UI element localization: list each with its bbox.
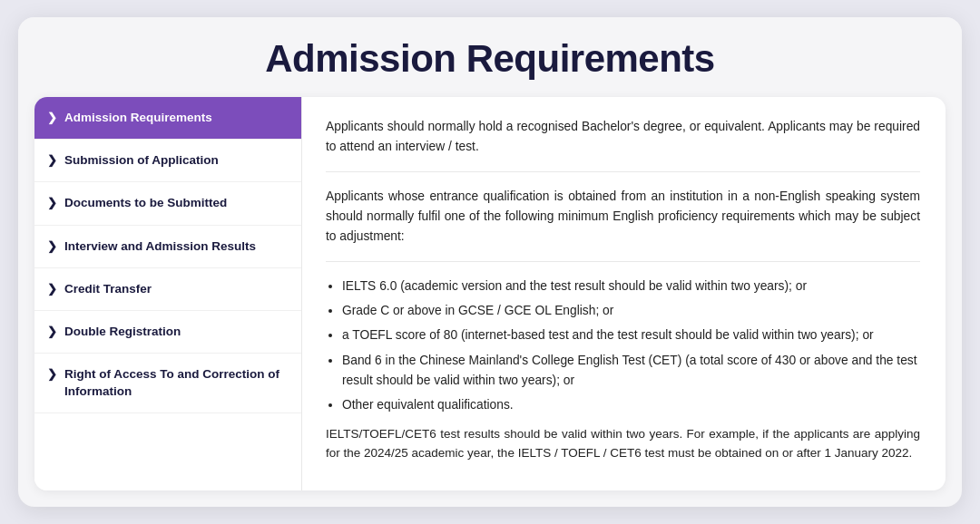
main-para1: Applicants should normally hold a recogn… bbox=[326, 117, 920, 172]
main-section2: Applicants whose entrance qualification … bbox=[326, 187, 920, 463]
main-content: Applicants should normally hold a recogn… bbox=[302, 97, 946, 490]
sidebar-item-label-access: Right of Access To and Correction of Inf… bbox=[64, 366, 285, 399]
chevron-icon-documents: ❯ bbox=[47, 196, 57, 209]
page-title-area: Admission Requirements bbox=[18, 17, 962, 97]
chevron-icon-submission: ❯ bbox=[47, 153, 57, 167]
sidebar-item-submission[interactable]: ❯ Submission of Application bbox=[34, 140, 301, 182]
outer-card: Admission Requirements ❯ Admission Requi… bbox=[18, 17, 962, 507]
chevron-icon-credit: ❯ bbox=[47, 282, 57, 296]
sidebar-item-label-double: Double Registration bbox=[64, 324, 181, 340]
sidebar-item-admission-requirements[interactable]: ❯ Admission Requirements bbox=[34, 97, 301, 140]
content-card: ❯ Admission Requirements ❯ Submission of… bbox=[34, 97, 946, 490]
main-para2: Applicants whose entrance qualification … bbox=[326, 187, 920, 262]
chevron-icon-admission: ❯ bbox=[47, 111, 57, 124]
chevron-icon-interview: ❯ bbox=[47, 239, 57, 253]
bullet-item-3: a TOEFL score of 80 (internet-based test… bbox=[342, 325, 920, 345]
bullet-item-2: Grade C or above in GCSE / GCE OL Englis… bbox=[342, 301, 920, 321]
sidebar-item-label-admission: Admission Requirements bbox=[64, 110, 212, 126]
sidebar-item-label-interview: Interview and Admission Results bbox=[64, 238, 256, 255]
sidebar-item-right-of-access[interactable]: ❯ Right of Access To and Correction of I… bbox=[34, 354, 301, 412]
bullet-item-1: IELTS 6.0 (academic version and the test… bbox=[342, 277, 920, 296]
bullet-item-5: Other equivalent qualifications. bbox=[342, 395, 920, 415]
bullet-list: IELTS 6.0 (academic version and the test… bbox=[342, 277, 920, 414]
footer-note: IELTS/TOEFL/CET6 test results should be … bbox=[326, 424, 920, 463]
sidebar-item-documents[interactable]: ❯ Documents to be Submitted bbox=[34, 182, 301, 225]
sidebar-item-credit-transfer[interactable]: ❯ Credit Transfer bbox=[34, 268, 301, 311]
chevron-icon-double: ❯ bbox=[47, 325, 57, 338]
bullet-item-4: Band 6 in the Chinese Mainland's College… bbox=[342, 351, 920, 391]
page-title: Admission Requirements bbox=[36, 37, 944, 81]
sidebar: ❯ Admission Requirements ❯ Submission of… bbox=[34, 97, 302, 490]
chevron-icon-access: ❯ bbox=[47, 367, 57, 381]
sidebar-item-label-submission: Submission of Application bbox=[64, 152, 219, 169]
sidebar-item-label-credit: Credit Transfer bbox=[64, 281, 152, 297]
sidebar-item-double-registration[interactable]: ❯ Double Registration bbox=[34, 311, 301, 354]
sidebar-item-interview[interactable]: ❯ Interview and Admission Results bbox=[34, 226, 301, 268]
sidebar-item-label-documents: Documents to be Submitted bbox=[64, 195, 227, 211]
